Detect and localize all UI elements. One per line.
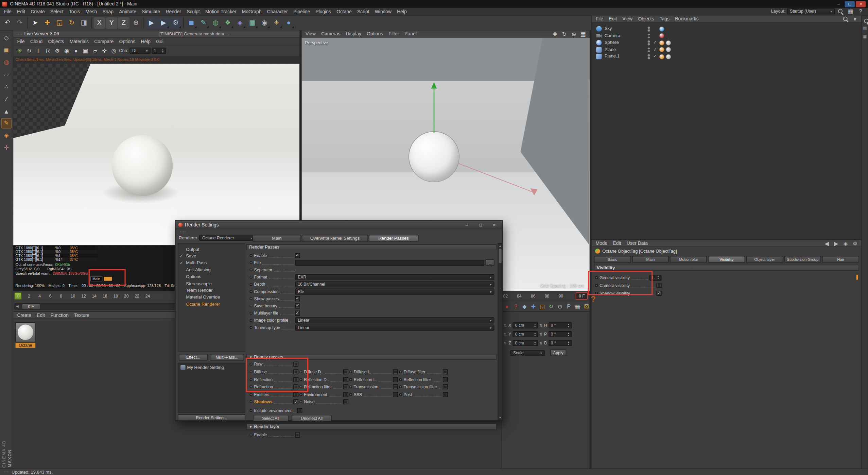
render-setting-button[interactable]: Render Setting...	[178, 414, 245, 421]
environment-floor-icon[interactable]: ▦	[246, 17, 258, 29]
points-mode-icon[interactable]: ∴	[1, 81, 12, 92]
live-viewer-menu-cloud[interactable]: Cloud	[28, 38, 45, 44]
mograph-array-icon[interactable]: ❖	[222, 17, 233, 29]
lock-resolution-icon[interactable]: ◉	[63, 47, 71, 55]
position-y-field[interactable]: 0 cm▲▼	[513, 331, 538, 337]
record-rotation-icon[interactable]: ↻	[547, 302, 555, 310]
shadows-checkbox[interactable]: ✓	[293, 399, 298, 404]
live-viewer-render-area[interactable]	[13, 64, 299, 245]
panel-grip-icon[interactable]: ∷∷	[17, 32, 23, 36]
axis-lock-icon[interactable]: ⇅	[504, 332, 507, 336]
search-icon[interactable]	[841, 15, 850, 23]
light-icon[interactable]: ☀	[271, 17, 282, 29]
solo-icon[interactable]: ▦	[573, 302, 581, 310]
menu-animate[interactable]: Animate	[116, 9, 139, 14]
menu-octane[interactable]: Octane	[334, 9, 354, 14]
viewport-menu-cameras[interactable]: Cameras	[318, 31, 343, 36]
rotation-p-field[interactable]: 0 °▲▼	[549, 331, 572, 337]
editor-visibility-dot[interactable]	[648, 54, 650, 56]
record-point-level-icon[interactable]: P	[565, 302, 573, 310]
octane-object-tag[interactable]	[659, 40, 664, 45]
scale-tool-icon[interactable]: ◱	[54, 17, 65, 29]
minimize-button[interactable]: –	[462, 222, 471, 228]
key-dot-icon[interactable]	[250, 283, 253, 286]
phong-tag[interactable]	[666, 47, 671, 52]
multipass-button[interactable]: Multi-Pass...	[210, 354, 244, 361]
last-tool-icon[interactable]: ◨	[78, 17, 90, 29]
render-visibility-dot[interactable]	[648, 29, 650, 31]
menu-script[interactable]: Script	[354, 9, 372, 14]
camera-icon[interactable]: ◉	[259, 17, 270, 29]
phong-tag[interactable]	[666, 54, 671, 59]
axis-lock-icon[interactable]: ⇅	[504, 323, 507, 327]
shadow-visibility-checkbox[interactable]: ✓	[657, 290, 662, 295]
object-row-camera[interactable]: Camera	[592, 32, 861, 39]
object-manager-menu-tags[interactable]: Tags	[657, 16, 673, 21]
key-dot-icon[interactable]	[250, 378, 253, 381]
viewport-menu-options[interactable]: Options	[364, 31, 386, 36]
viewport-menu-view[interactable]: View	[303, 31, 318, 36]
object-manager-menu-edit[interactable]: Edit	[606, 16, 620, 21]
enable-checkmark[interactable]: ✓	[653, 40, 657, 45]
enable-checkbox[interactable]	[295, 432, 300, 437]
tab-main[interactable]: Main	[253, 235, 301, 242]
key-dot-icon[interactable]	[250, 371, 253, 373]
attribute-menu-mode[interactable]: Mode	[593, 240, 610, 246]
octane-object-tag[interactable]	[659, 54, 664, 59]
settings-tree-save[interactable]: ✓Save	[180, 253, 243, 259]
file-input[interactable]	[295, 259, 484, 266]
viewport-menu-display[interactable]: Display	[343, 31, 364, 36]
environment-checkbox[interactable]	[343, 392, 348, 397]
live-viewer-menu-objects[interactable]: Objects	[45, 38, 67, 44]
material-menu-texture[interactable]: Texture	[71, 312, 92, 318]
scale-dropdown[interactable]: Scale▾	[510, 350, 545, 356]
render-visibility-dot[interactable]	[648, 57, 650, 59]
pause-render-icon[interactable]: ‖	[34, 47, 42, 55]
reflection-filter-checkbox[interactable]	[443, 377, 448, 382]
snap-icon[interactable]: ◈	[1, 130, 12, 141]
autokey-icon[interactable]: ?	[511, 302, 520, 310]
toggle-view-icon[interactable]: ▦	[579, 30, 587, 38]
key-dot-icon[interactable]	[250, 363, 253, 366]
model-mode-icon[interactable]: ◼	[1, 45, 12, 55]
collapse-arrow-icon[interactable]: ▼	[249, 425, 253, 428]
render-visibility-dot[interactable]	[648, 50, 650, 52]
effect-button[interactable]: Effect...	[179, 354, 208, 361]
axis-lock-icon[interactable]: ⇅	[539, 341, 542, 345]
diffuse-checkbox[interactable]	[293, 369, 298, 374]
random-dice-icon[interactable]: ⚄	[582, 302, 590, 310]
stepper-icon[interactable]: ▲▼	[534, 323, 536, 327]
key-dot-icon[interactable]	[349, 386, 352, 388]
live-viewer-menu-help[interactable]: Help	[138, 38, 153, 44]
make-editable-icon[interactable]: ◇	[1, 33, 12, 43]
kernel-settings-icon[interactable]: ⚙	[53, 47, 61, 55]
minimize-button[interactable]: –	[834, 1, 844, 7]
key-dot-icon[interactable]	[595, 276, 598, 279]
tab-object-layer[interactable]: Object layer	[746, 256, 783, 263]
live-viewer-menu-gui[interactable]: Gui	[153, 38, 166, 44]
settings-tree-multi-pass[interactable]: ✓Multi-Pass	[180, 260, 243, 267]
record-position-icon[interactable]: ✚	[529, 302, 537, 310]
stepper-icon[interactable]: ▲▼	[567, 323, 569, 327]
menu-create[interactable]: Create	[28, 9, 48, 14]
axis-lock-icon[interactable]: ⇅	[539, 323, 542, 327]
object-row-plane[interactable]: Plane✓	[592, 46, 861, 53]
object-row-plane-1[interactable]: Plane.1✓	[592, 53, 861, 60]
apply-button[interactable]: Apply	[550, 350, 566, 356]
unselect-all-button[interactable]: Unselect All	[292, 415, 331, 422]
tab-motion-blur[interactable]: Motion blur	[670, 256, 707, 263]
close-button[interactable]: ×	[856, 1, 866, 7]
render-view-icon[interactable]: ▶	[145, 17, 157, 29]
texture-mode-icon[interactable]: ◍	[1, 57, 12, 68]
object-manager-menu-file[interactable]: File	[593, 16, 606, 21]
record-keyframe-icon[interactable]: ●	[503, 302, 511, 310]
workplane-mode-icon[interactable]: ▱	[1, 69, 12, 80]
zoom-view-icon[interactable]: ⊕	[570, 30, 578, 38]
rotation-h-field[interactable]: 0 °▲▼	[549, 322, 572, 328]
maximize-button[interactable]: □	[845, 1, 855, 7]
add-cube-icon[interactable]: ◼	[186, 17, 197, 29]
render-layer-header[interactable]: ▼ Render layer	[246, 424, 497, 430]
key-dot-icon[interactable]	[250, 326, 253, 329]
settings-tree-anti-aliasing[interactable]: Anti-Aliasing	[180, 267, 243, 273]
diffuse-d-checkbox[interactable]	[343, 369, 348, 374]
